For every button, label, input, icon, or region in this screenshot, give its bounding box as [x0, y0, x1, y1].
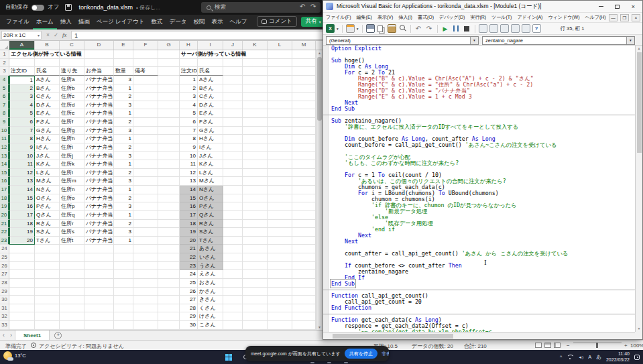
- cell-C9[interactable]: 住所f: [60, 118, 84, 127]
- row-header-17[interactable]: 17: [0, 186, 9, 194]
- maximize-button[interactable]: [611, 2, 624, 11]
- cell-C22[interactable]: 住所s: [60, 228, 84, 237]
- copy-icon[interactable]: [377, 24, 386, 33]
- cell-K5[interactable]: [243, 84, 268, 93]
- cell-B25[interactable]: [35, 253, 60, 262]
- cell-I24[interactable]: あさん: [198, 245, 223, 253]
- cell-K21[interactable]: [243, 220, 268, 229]
- cell-L16[interactable]: [268, 177, 292, 186]
- cell-A25[interactable]: [9, 253, 35, 262]
- cell-E22[interactable]: 3: [114, 228, 133, 237]
- cell-A2[interactable]: [9, 59, 35, 68]
- cell-H13[interactable]: 10: [180, 152, 198, 161]
- cell-M9[interactable]: [292, 118, 316, 127]
- cell-J20[interactable]: [223, 211, 243, 220]
- scroll-up-icon[interactable]: ▲: [636, 46, 642, 52]
- cell-E27[interactable]: [114, 270, 133, 279]
- cell-E30[interactable]: [114, 296, 133, 304]
- cell-D17[interactable]: バナナ弁当: [84, 186, 114, 194]
- cell-D32[interactable]: [84, 312, 114, 321]
- cell-A7[interactable]: 4: [9, 101, 35, 110]
- cell-H21[interactable]: 18: [180, 220, 198, 229]
- cell-G32[interactable]: [158, 312, 180, 321]
- cell-G17[interactable]: [158, 186, 180, 194]
- cell-J12[interactable]: [223, 143, 243, 152]
- cell-C27[interactable]: [60, 270, 84, 279]
- cell-H33[interactable]: 30: [180, 321, 198, 330]
- cell-E29[interactable]: [114, 288, 133, 296]
- cell-D2[interactable]: [84, 59, 114, 68]
- cell-E19[interactable]: 3: [114, 202, 133, 211]
- cell-A21[interactable]: 18: [9, 220, 35, 229]
- cell-C12[interactable]: 住所i: [60, 143, 84, 152]
- cell-H1[interactable]: サーバ側が持っている情報: [180, 50, 198, 59]
- cell-H16[interactable]: 13: [180, 177, 198, 186]
- cell-D25[interactable]: [84, 253, 114, 262]
- cell-F24[interactable]: [133, 245, 158, 253]
- row-header-11[interactable]: 11: [0, 135, 9, 143]
- cell-I31[interactable]: くさん: [198, 304, 223, 313]
- insert-userform-icon[interactable]: [346, 24, 355, 33]
- vba-titlebar[interactable]: Microsoft Visual Basic for Applications …: [323, 1, 642, 13]
- zoom-slider-thumb[interactable]: [596, 343, 598, 348]
- save-icon[interactable]: [366, 24, 375, 33]
- cell-L4[interactable]: [268, 76, 292, 84]
- cell-G15[interactable]: [158, 169, 180, 178]
- cell-B13[interactable]: Jさん: [35, 152, 60, 161]
- cell-I17[interactable]: Nさん: [198, 186, 223, 194]
- cell-M1[interactable]: [292, 50, 316, 59]
- cell-L13[interactable]: [268, 152, 292, 161]
- chevron-down-icon[interactable]: ▾: [470, 37, 478, 44]
- cell-A12[interactable]: 9: [9, 143, 35, 152]
- ribbon-tab[interactable]: ヘルプ: [226, 15, 250, 29]
- cell-H32[interactable]: 29: [180, 312, 198, 321]
- cell-D7[interactable]: バナナ弁当: [84, 101, 114, 110]
- cell-D11[interactable]: バナナ弁当: [84, 135, 114, 143]
- cell-B24[interactable]: [35, 245, 60, 253]
- mdi-minimize-icon[interactable]: —: [609, 14, 618, 21]
- cell-L8[interactable]: [268, 109, 292, 118]
- cell-H25[interactable]: 22: [180, 253, 198, 262]
- cell-H5[interactable]: 2: [180, 84, 198, 93]
- cell-I2[interactable]: [198, 59, 223, 68]
- cell-M32[interactable]: [292, 312, 316, 321]
- cell-A5[interactable]: 2: [9, 84, 35, 93]
- cell-B9[interactable]: Fさん: [35, 118, 60, 127]
- cell-C4[interactable]: 住所a: [60, 76, 84, 84]
- cell-I11[interactable]: Hさん: [198, 135, 223, 143]
- cell-M11[interactable]: [292, 135, 316, 143]
- cell-C16[interactable]: 住所m: [60, 177, 84, 186]
- cell-H22[interactable]: 19: [180, 228, 198, 237]
- tray-chevron-icon[interactable]: ^: [560, 355, 562, 359]
- cell-H7[interactable]: 4: [180, 101, 198, 110]
- cell-L29[interactable]: [268, 288, 292, 296]
- status-accessibility[interactable]: アクセシビリティ: 問題ありません: [39, 343, 124, 350]
- cell-K10[interactable]: [243, 127, 268, 135]
- cell-D10[interactable]: バナナ弁当: [84, 127, 114, 135]
- row-header-16[interactable]: 16: [0, 177, 9, 186]
- cell-H27[interactable]: 24: [180, 270, 198, 279]
- cell-M24[interactable]: [292, 245, 316, 253]
- vba-menu-item[interactable]: アドイン(A): [514, 14, 545, 21]
- cell-C18[interactable]: 住所o: [60, 194, 84, 203]
- cell-G26[interactable]: [158, 262, 180, 271]
- zoom-out-icon[interactable]: −: [567, 343, 570, 349]
- cell-I9[interactable]: Fさん: [198, 118, 223, 127]
- cell-K13[interactable]: [243, 152, 268, 161]
- cell-L1[interactable]: [268, 50, 292, 59]
- cell-I7[interactable]: Dさん: [198, 101, 223, 110]
- cell-I27[interactable]: えさん: [198, 270, 223, 279]
- cell-K6[interactable]: [243, 93, 268, 101]
- cell-B21[interactable]: Rさん: [35, 220, 60, 229]
- cell-H11[interactable]: 8: [180, 135, 198, 143]
- autosave-toggle[interactable]: [32, 5, 44, 11]
- cell-D14[interactable]: バナナ弁当: [84, 160, 114, 169]
- code-line[interactable]: Option Explicit: [331, 46, 635, 52]
- code-editor[interactable]: Option ExplicitSub hoge() Dim c As Long …: [323, 46, 635, 332]
- cell-L27[interactable]: [268, 270, 292, 279]
- cell-H29[interactable]: 26: [180, 288, 198, 296]
- cell-B15[interactable]: Lさん: [35, 169, 60, 178]
- clock[interactable]: 11:40 2022/03/22: [606, 351, 630, 363]
- cell-M10[interactable]: [292, 127, 316, 135]
- cell-I20[interactable]: Qさん: [198, 211, 223, 220]
